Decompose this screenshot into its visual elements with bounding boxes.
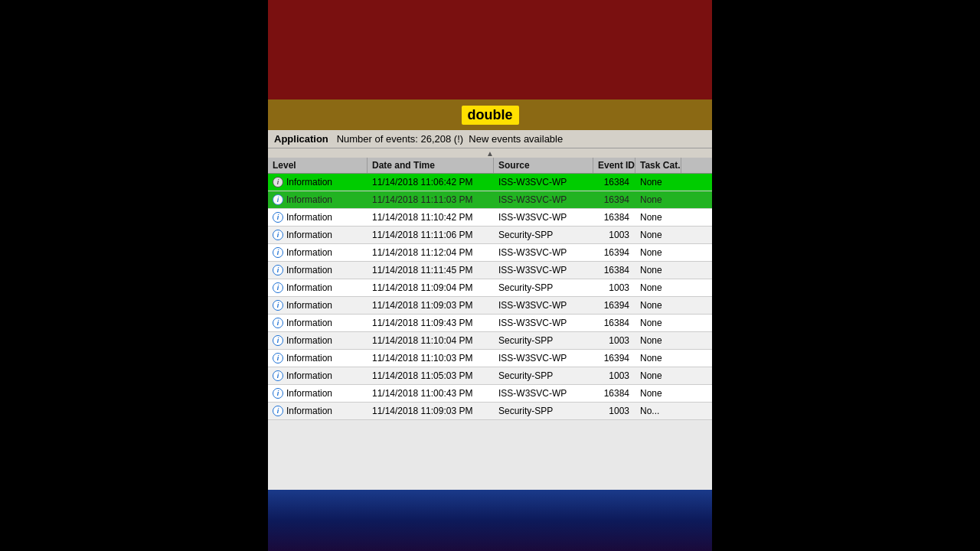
table-row[interactable]: i Information 11/14/2018 11:00:43 PM ISS… xyxy=(268,385,712,403)
col-datetime[interactable]: Date and Time xyxy=(368,158,494,173)
col-eventid[interactable]: Event ID xyxy=(593,158,635,173)
cell-datetime: 11/14/2018 11:12:04 PM xyxy=(368,246,494,259)
events-info: Number of events: 26,208 (!) New events … xyxy=(331,133,563,145)
table-row[interactable]: i Information 11/14/2018 11:10:03 PM ISS… xyxy=(268,350,712,367)
cell-source: Security-SPP xyxy=(494,334,593,347)
info-icon: i xyxy=(273,370,283,381)
cell-datetime: 11/14/2018 11:11:06 PM xyxy=(368,228,494,242)
cell-eventid: 16384 xyxy=(593,316,635,330)
info-icon: i xyxy=(273,230,283,240)
table-row[interactable]: i Information 11/14/2018 11:09:04 PM Sec… xyxy=(268,279,712,297)
table-row[interactable]: i Information 11/14/2018 11:11:06 PM Sec… xyxy=(268,227,712,244)
col-taskcategory[interactable]: Task Cat... xyxy=(635,158,681,173)
cell-source: ISS-W3SVC-WP xyxy=(494,298,593,312)
cell-taskcategory: None xyxy=(635,334,681,347)
cell-source: Security-SPP xyxy=(494,404,593,418)
info-icon: i xyxy=(273,353,283,364)
cell-eventid: 16394 xyxy=(593,298,635,312)
cell-eventid: 16384 xyxy=(593,263,635,277)
table-row[interactable]: i Information 11/14/2018 11:09:03 PM ISS… xyxy=(268,297,712,315)
cell-source: ISS-W3SVC-WP xyxy=(494,263,593,277)
cell-level: i Information xyxy=(268,263,368,277)
cell-level: i Information xyxy=(268,246,368,259)
cell-level: i Information xyxy=(268,316,368,330)
table-row[interactable]: i Information 11/14/2018 11:05:03 PM Sec… xyxy=(268,367,712,385)
cell-level: i Information xyxy=(268,210,368,224)
cell-taskcategory: None xyxy=(635,263,681,277)
cell-taskcategory: None xyxy=(635,351,681,365)
info-icon: i xyxy=(273,247,283,258)
cell-taskcategory: None xyxy=(635,281,681,295)
cell-eventid: 16384 xyxy=(593,175,635,189)
table-row[interactable]: i Information 11/14/2018 11:11:45 PM ISS… xyxy=(268,262,712,279)
info-icon: i xyxy=(273,388,283,399)
info-icon: i xyxy=(273,318,283,328)
app-name: Application xyxy=(274,133,328,145)
cell-datetime: 11/14/2018 11:09:43 PM xyxy=(368,316,494,330)
cell-level: i Information xyxy=(268,369,368,383)
cell-source: ISS-W3SVC-WP xyxy=(494,386,593,400)
col-level[interactable]: Level xyxy=(268,158,368,173)
info-icon: i xyxy=(273,177,283,187)
cell-level: i Information xyxy=(268,175,368,189)
cell-eventid: 16384 xyxy=(593,386,635,400)
cell-taskcategory: None xyxy=(635,193,681,207)
cell-datetime: 11/14/2018 11:11:45 PM xyxy=(368,263,494,277)
app-bar: Application Number of events: 26,208 (!)… xyxy=(268,130,712,148)
right-panel xyxy=(712,0,980,551)
cell-datetime: 11/14/2018 11:09:03 PM xyxy=(368,404,494,418)
sort-row: ▲ xyxy=(268,148,712,158)
content-area: Application Number of events: 26,208 (!)… xyxy=(268,130,712,490)
table-row[interactable]: i Information 11/14/2018 11:11:03 PM ISS… xyxy=(268,191,712,209)
cell-eventid: 16384 xyxy=(593,210,635,224)
top-bar xyxy=(268,0,712,99)
cell-source: Security-SPP xyxy=(494,228,593,242)
cell-source: ISS-W3SVC-WP xyxy=(494,175,593,189)
cell-taskcategory: None xyxy=(635,246,681,259)
info-icon: i xyxy=(273,194,283,205)
table-row[interactable]: i Information 11/14/2018 11:09:03 PM Sec… xyxy=(268,403,712,420)
cell-taskcategory: No... xyxy=(635,404,681,418)
cell-datetime: 11/14/2018 11:06:42 PM xyxy=(368,175,494,189)
cell-eventid: 1003 xyxy=(593,334,635,347)
cell-taskcategory: None xyxy=(635,210,681,224)
cell-eventid: 16394 xyxy=(593,246,635,259)
cell-source: ISS-W3SVC-WP xyxy=(494,351,593,365)
table-row[interactable]: i Information 11/14/2018 11:12:04 PM ISS… xyxy=(268,244,712,262)
info-icon: i xyxy=(273,300,283,311)
cell-datetime: 11/14/2018 11:10:04 PM xyxy=(368,334,494,347)
col-source[interactable]: Source xyxy=(494,158,593,173)
event-table: i Information 11/14/2018 11:06:42 PM ISS… xyxy=(268,174,712,490)
cell-level: i Information xyxy=(268,404,368,418)
cell-eventid: 1003 xyxy=(593,228,635,242)
cell-source: Security-SPP xyxy=(494,281,593,295)
cell-datetime: 11/14/2018 11:11:03 PM xyxy=(368,193,494,207)
sort-arrow-icon: ▲ xyxy=(486,149,494,158)
cell-source: ISS-W3SVC-WP xyxy=(494,193,593,207)
cell-level: i Information xyxy=(268,334,368,347)
cell-eventid: 1003 xyxy=(593,281,635,295)
info-icon: i xyxy=(273,212,283,223)
info-icon: i xyxy=(273,335,283,346)
table-row[interactable]: i Information 11/14/2018 11:09:43 PM ISS… xyxy=(268,315,712,332)
cell-source: ISS-W3SVC-WP xyxy=(494,316,593,330)
cell-level: i Information xyxy=(268,281,368,295)
cell-level: i Information xyxy=(268,351,368,365)
cell-taskcategory: None xyxy=(635,228,681,242)
cell-datetime: 11/14/2018 11:05:03 PM xyxy=(368,369,494,383)
left-panel xyxy=(0,0,268,551)
main-panel: double Application Number of events: 26,… xyxy=(268,0,712,551)
table-row[interactable]: i Information 11/14/2018 11:06:42 PM ISS… xyxy=(268,174,712,191)
toolbar-area: double xyxy=(268,99,712,130)
cell-taskcategory: None xyxy=(635,386,681,400)
cell-eventid: 1003 xyxy=(593,404,635,418)
table-row[interactable]: i Information 11/14/2018 11:10:04 PM Sec… xyxy=(268,332,712,350)
table-row[interactable]: i Information 11/14/2018 11:10:42 PM ISS… xyxy=(268,209,712,227)
cell-level: i Information xyxy=(268,193,368,207)
cell-datetime: 11/14/2018 11:10:03 PM xyxy=(368,351,494,365)
info-icon: i xyxy=(273,282,283,293)
cell-datetime: 11/14/2018 11:00:43 PM xyxy=(368,386,494,400)
cell-taskcategory: None xyxy=(635,298,681,312)
cell-eventid: 1003 xyxy=(593,369,635,383)
column-headers: Level Date and Time Source Event ID Task… xyxy=(268,158,712,174)
